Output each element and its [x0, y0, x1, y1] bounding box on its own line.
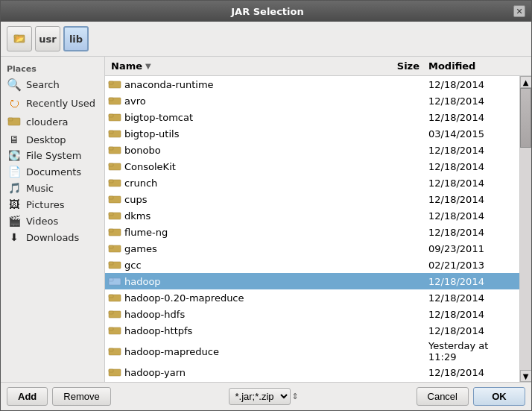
- sidebar-item-recently-used[interactable]: ⭮ Recently Used: [1, 94, 104, 112]
- file-modified-cell: 12/18/2014: [422, 95, 519, 107]
- table-row[interactable]: gcc02/21/2013: [105, 257, 519, 273]
- cancel-button[interactable]: Cancel: [417, 387, 469, 406]
- breadcrumb-lib-button[interactable]: lib: [63, 26, 89, 51]
- sidebar-item-music[interactable]: 🎵 Music: [1, 180, 104, 196]
- table-row[interactable]: crunch12/18/2014: [105, 175, 519, 191]
- ok-button[interactable]: OK: [473, 387, 525, 406]
- svg-rect-24: [109, 229, 113, 232]
- svg-rect-36: [109, 327, 113, 330]
- sidebar-item-pictures[interactable]: 🖼 Pictures: [1, 196, 104, 213]
- svg-rect-20: [109, 196, 113, 199]
- file-name-cell: hadoop-mapreduce: [124, 346, 378, 357]
- folder-icon: [105, 274, 124, 288]
- file-modified-cell: 02/21/2013: [422, 260, 519, 271]
- close-button[interactable]: ✕: [513, 5, 525, 17]
- table-row[interactable]: dkms12/18/2014: [105, 207, 519, 224]
- table-row[interactable]: hadoop12/18/2014: [105, 273, 519, 289]
- file-name-cell: bigtop-tomcat: [124, 112, 378, 123]
- folder-icon: [105, 291, 124, 304]
- file-modified-cell: 12/18/2014: [422, 367, 519, 378]
- table-row[interactable]: bonobo12/18/2014: [105, 142, 519, 158]
- sidebar-item-pictures-label: Pictures: [26, 199, 64, 210]
- scroll-track[interactable]: [520, 88, 531, 370]
- file-name-cell: hadoop-hdfs: [124, 309, 378, 320]
- recently-used-icon: ⭮: [7, 96, 22, 110]
- remove-button[interactable]: Remove: [52, 387, 110, 406]
- folder-icon: [105, 94, 124, 107]
- table-row[interactable]: games09/23/2011: [105, 240, 519, 257]
- file-name-cell: hadoop-httpfs: [124, 325, 378, 336]
- table-row[interactable]: hadoop-yarn12/18/2014: [105, 364, 519, 380]
- sidebar-item-search[interactable]: 🔍 Search: [1, 75, 104, 94]
- sidebar-item-documents[interactable]: 📄 Documents: [1, 163, 104, 180]
- sidebar-item-desktop[interactable]: 🖥 Desktop: [1, 131, 104, 148]
- svg-rect-26: [109, 245, 113, 248]
- pictures-icon: 🖼: [7, 198, 22, 210]
- sidebar-item-downloads[interactable]: ⬇ Downloads: [1, 229, 104, 245]
- scroll-thumb[interactable]: [520, 88, 531, 148]
- file-modified-cell: 12/18/2014: [422, 325, 519, 336]
- add-button[interactable]: Add: [7, 387, 48, 406]
- filter-select: *.jar;*.zip ⇕: [229, 388, 299, 405]
- file-name-cell: cups: [124, 194, 378, 205]
- file-modified-cell: 12/18/2014: [422, 292, 519, 304]
- table-row[interactable]: cups12/18/2014: [105, 191, 519, 207]
- file-name-cell: games: [124, 243, 378, 254]
- table-row[interactable]: hadoop-0.20-mapreduce12/18/2014: [105, 289, 519, 306]
- table-row[interactable]: flume-ng12/18/2014: [105, 224, 519, 240]
- sidebar-item-videos[interactable]: 🎬 Videos: [1, 213, 104, 229]
- folder-icon: [105, 345, 124, 358]
- folder-icon: [105, 242, 124, 255]
- svg-text:📂: 📂: [16, 34, 25, 43]
- col-header-size[interactable]: Size: [378, 59, 422, 73]
- file-name-cell: hadoop-yarn: [124, 367, 378, 378]
- file-modified-cell: 12/18/2014: [422, 194, 519, 205]
- folder-icon: [105, 176, 124, 189]
- svg-rect-32: [109, 295, 113, 298]
- main-window: JAR Selection ✕ 📂 usr lib Places 🔍 Searc…: [0, 0, 532, 411]
- table-row[interactable]: anaconda-runtime12/18/2014: [105, 76, 519, 92]
- folder-icon: [105, 365, 124, 379]
- titlebar: JAR Selection ✕: [1, 1, 531, 22]
- table-row[interactable]: bigtop-tomcat12/18/2014: [105, 109, 519, 125]
- sidebar-item-filesystem-label: File System: [26, 150, 81, 161]
- col-header-name[interactable]: Name ▼: [105, 59, 378, 73]
- filesystem-icon: 💽: [7, 150, 22, 161]
- sidebar-item-filesystem[interactable]: 💽 File System: [1, 148, 104, 163]
- back-button[interactable]: 📂: [7, 26, 32, 51]
- sidebar-item-search-label: Search: [26, 79, 60, 90]
- scroll-up-arrow[interactable]: ▲: [520, 76, 532, 88]
- breadcrumb-usr-button[interactable]: usr: [35, 26, 60, 51]
- folder-icon: [105, 324, 124, 337]
- sidebar-item-documents-label: Documents: [26, 166, 81, 178]
- folder-icon: [105, 209, 124, 222]
- svg-rect-10: [109, 114, 113, 117]
- file-modified-cell: 03/14/2015: [422, 128, 519, 139]
- toolbar: 📂 usr lib: [1, 22, 531, 57]
- scrollbar[interactable]: ▲ ▼: [519, 76, 531, 382]
- file-modified-cell: 12/18/2014: [422, 161, 519, 172]
- file-list[interactable]: anaconda-runtime12/18/2014 avro12/18/201…: [105, 76, 519, 382]
- filter-arrows: ⇕: [292, 392, 299, 401]
- table-row[interactable]: avro12/18/2014: [105, 92, 519, 109]
- table-row[interactable]: hadoop-mapreduceYesterday at 11:29: [105, 339, 519, 364]
- folder-icon: [105, 127, 124, 140]
- file-name-cell: bigtop-utils: [124, 128, 378, 139]
- file-modified-cell: 09/23/2011: [422, 243, 519, 254]
- folder-icon: [105, 143, 124, 157]
- sidebar-item-music-label: Music: [26, 183, 54, 194]
- filter-dropdown[interactable]: *.jar;*.zip: [229, 388, 291, 405]
- main-content: Places 🔍 Search ⭮ Recently Used cloudera…: [1, 57, 531, 382]
- bottom-bar: Add Remove *.jar;*.zip ⇕ Cancel OK: [1, 382, 531, 410]
- videos-icon: 🎬: [7, 215, 22, 227]
- table-row[interactable]: hadoop-hdfs12/18/2014: [105, 306, 519, 322]
- sidebar-item-cloudera[interactable]: cloudera: [1, 112, 104, 131]
- table-row[interactable]: bigtop-utils03/14/2015: [105, 125, 519, 142]
- bottom-left: Add Remove: [7, 387, 111, 406]
- svg-rect-38: [109, 348, 113, 351]
- file-name-cell: bonobo: [124, 145, 378, 156]
- scroll-down-arrow[interactable]: ▼: [520, 370, 532, 382]
- col-header-modified[interactable]: Modified: [422, 59, 519, 73]
- table-row[interactable]: hadoop-httpfs12/18/2014: [105, 322, 519, 339]
- table-row[interactable]: ConsoleKit12/18/2014: [105, 158, 519, 175]
